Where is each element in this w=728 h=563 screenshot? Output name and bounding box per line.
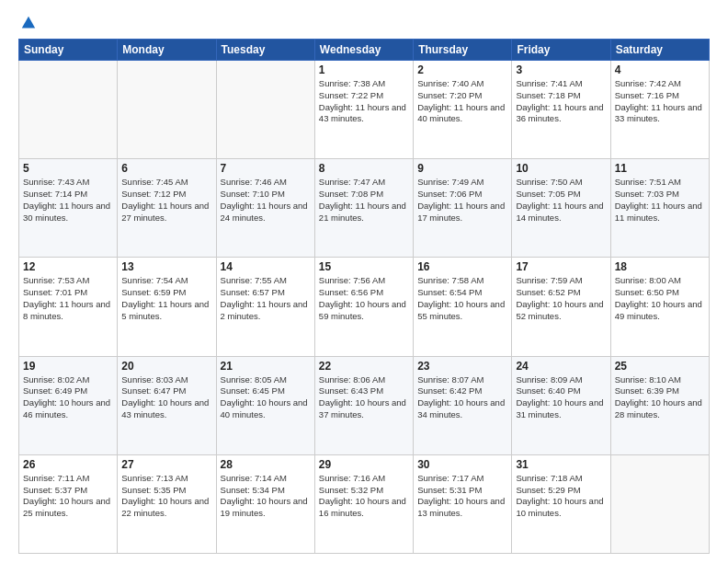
day-info: Sunrise: 7:42 AM Sunset: 7:16 PM Dayligh… — [615, 78, 705, 125]
day-number: 30 — [417, 458, 507, 471]
calendar-cell: 24Sunrise: 8:09 AM Sunset: 6:40 PM Dayli… — [512, 356, 610, 454]
calendar-header-friday: Friday — [512, 40, 610, 61]
day-number: 29 — [319, 458, 409, 471]
day-number: 18 — [615, 260, 705, 273]
calendar-cell — [610, 454, 709, 553]
day-info: Sunrise: 7:43 AM Sunset: 7:14 PM Dayligh… — [23, 177, 113, 224]
calendar-cell: 23Sunrise: 8:07 AM Sunset: 6:42 PM Dayli… — [414, 356, 512, 454]
calendar-cell: 7Sunrise: 7:46 AM Sunset: 7:10 PM Daylig… — [216, 159, 314, 258]
calendar-cell: 16Sunrise: 7:58 AM Sunset: 6:54 PM Dayli… — [414, 258, 512, 356]
calendar-cell: 8Sunrise: 7:47 AM Sunset: 7:08 PM Daylig… — [314, 159, 413, 258]
day-number: 10 — [516, 162, 606, 175]
calendar-cell: 12Sunrise: 7:53 AM Sunset: 7:01 PM Dayli… — [19, 258, 118, 356]
calendar-cell: 27Sunrise: 7:13 AM Sunset: 5:35 PM Dayli… — [118, 454, 216, 553]
calendar-header-wednesday: Wednesday — [314, 40, 413, 61]
day-info: Sunrise: 8:03 AM Sunset: 6:47 PM Dayligh… — [121, 374, 211, 421]
calendar-week-5: 26Sunrise: 7:11 AM Sunset: 5:37 PM Dayli… — [19, 454, 710, 553]
calendar-cell: 30Sunrise: 7:17 AM Sunset: 5:31 PM Dayli… — [414, 454, 512, 553]
calendar-header-saturday: Saturday — [610, 40, 709, 61]
day-info: Sunrise: 7:47 AM Sunset: 7:08 PM Dayligh… — [319, 177, 409, 224]
calendar-cell: 26Sunrise: 7:11 AM Sunset: 5:37 PM Dayli… — [19, 454, 118, 553]
calendar-cell: 19Sunrise: 8:02 AM Sunset: 6:49 PM Dayli… — [19, 356, 118, 454]
svg-marker-0 — [22, 17, 35, 29]
day-number: 16 — [417, 260, 507, 273]
day-number: 24 — [516, 360, 606, 373]
day-number: 27 — [121, 458, 211, 471]
day-number: 25 — [615, 360, 705, 373]
calendar-week-2: 5Sunrise: 7:43 AM Sunset: 7:14 PM Daylig… — [19, 159, 710, 258]
day-info: Sunrise: 7:16 AM Sunset: 5:32 PM Dayligh… — [319, 473, 409, 520]
day-number: 6 — [121, 162, 211, 175]
calendar-header-tuesday: Tuesday — [216, 40, 314, 61]
calendar-cell: 13Sunrise: 7:54 AM Sunset: 6:59 PM Dayli… — [118, 258, 216, 356]
day-number: 21 — [221, 360, 311, 373]
day-info: Sunrise: 7:18 AM Sunset: 5:29 PM Dayligh… — [516, 473, 606, 520]
calendar-header-row: SundayMondayTuesdayWednesdayThursdayFrid… — [19, 40, 710, 61]
day-number: 19 — [23, 360, 113, 373]
day-number: 8 — [319, 162, 409, 175]
calendar-header-thursday: Thursday — [414, 40, 512, 61]
day-info: Sunrise: 7:13 AM Sunset: 5:35 PM Dayligh… — [121, 473, 211, 520]
day-info: Sunrise: 8:10 AM Sunset: 6:39 PM Dayligh… — [615, 374, 705, 421]
day-number: 28 — [221, 458, 311, 471]
header — [18, 15, 710, 31]
calendar-cell: 17Sunrise: 7:59 AM Sunset: 6:52 PM Dayli… — [512, 258, 610, 356]
day-number: 2 — [417, 63, 507, 76]
day-info: Sunrise: 8:09 AM Sunset: 6:40 PM Dayligh… — [516, 374, 606, 421]
calendar-cell: 14Sunrise: 7:55 AM Sunset: 6:57 PM Dayli… — [216, 258, 314, 356]
calendar-cell: 18Sunrise: 8:00 AM Sunset: 6:50 PM Dayli… — [610, 258, 709, 356]
day-number: 20 — [121, 360, 211, 373]
day-info: Sunrise: 7:38 AM Sunset: 7:22 PM Dayligh… — [319, 78, 409, 125]
calendar-week-1: 1Sunrise: 7:38 AM Sunset: 7:22 PM Daylig… — [19, 61, 710, 159]
calendar-cell: 28Sunrise: 7:14 AM Sunset: 5:34 PM Dayli… — [216, 454, 314, 553]
calendar-cell — [19, 61, 118, 159]
calendar-week-3: 12Sunrise: 7:53 AM Sunset: 7:01 PM Dayli… — [19, 258, 710, 356]
calendar-cell: 5Sunrise: 7:43 AM Sunset: 7:14 PM Daylig… — [19, 159, 118, 258]
calendar-header-sunday: Sunday — [19, 40, 118, 61]
day-info: Sunrise: 7:11 AM Sunset: 5:37 PM Dayligh… — [23, 473, 113, 520]
day-info: Sunrise: 7:55 AM Sunset: 6:57 PM Dayligh… — [221, 275, 311, 322]
day-number: 1 — [319, 63, 409, 76]
calendar-cell: 3Sunrise: 7:41 AM Sunset: 7:18 PM Daylig… — [512, 61, 610, 159]
calendar: SundayMondayTuesdayWednesdayThursdayFrid… — [18, 39, 710, 554]
page: SundayMondayTuesdayWednesdayThursdayFrid… — [0, 0, 728, 563]
day-info: Sunrise: 7:56 AM Sunset: 6:56 PM Dayligh… — [319, 275, 409, 322]
day-number: 4 — [615, 63, 705, 76]
calendar-cell: 29Sunrise: 7:16 AM Sunset: 5:32 PM Dayli… — [314, 454, 413, 553]
calendar-cell — [118, 61, 216, 159]
calendar-cell: 10Sunrise: 7:50 AM Sunset: 7:05 PM Dayli… — [512, 159, 610, 258]
day-number: 15 — [319, 260, 409, 273]
day-info: Sunrise: 7:51 AM Sunset: 7:03 PM Dayligh… — [615, 177, 705, 224]
day-number: 22 — [319, 360, 409, 373]
calendar-cell: 2Sunrise: 7:40 AM Sunset: 7:20 PM Daylig… — [414, 61, 512, 159]
day-number: 13 — [121, 260, 211, 273]
calendar-cell: 20Sunrise: 8:03 AM Sunset: 6:47 PM Dayli… — [118, 356, 216, 454]
day-info: Sunrise: 8:02 AM Sunset: 6:49 PM Dayligh… — [23, 374, 113, 421]
day-number: 5 — [23, 162, 113, 175]
calendar-header-monday: Monday — [118, 40, 216, 61]
calendar-cell: 9Sunrise: 7:49 AM Sunset: 7:06 PM Daylig… — [414, 159, 512, 258]
day-info: Sunrise: 8:00 AM Sunset: 6:50 PM Dayligh… — [615, 275, 705, 322]
day-number: 14 — [221, 260, 311, 273]
day-info: Sunrise: 7:58 AM Sunset: 6:54 PM Dayligh… — [417, 275, 507, 322]
calendar-week-4: 19Sunrise: 8:02 AM Sunset: 6:49 PM Dayli… — [19, 356, 710, 454]
day-info: Sunrise: 7:53 AM Sunset: 7:01 PM Dayligh… — [23, 275, 113, 322]
day-info: Sunrise: 8:06 AM Sunset: 6:43 PM Dayligh… — [319, 374, 409, 421]
day-info: Sunrise: 7:49 AM Sunset: 7:06 PM Dayligh… — [417, 177, 507, 224]
day-info: Sunrise: 7:40 AM Sunset: 7:20 PM Dayligh… — [417, 78, 507, 125]
calendar-cell: 15Sunrise: 7:56 AM Sunset: 6:56 PM Dayli… — [314, 258, 413, 356]
logo — [18, 15, 37, 31]
day-info: Sunrise: 7:41 AM Sunset: 7:18 PM Dayligh… — [516, 78, 606, 125]
day-info: Sunrise: 7:17 AM Sunset: 5:31 PM Dayligh… — [417, 473, 507, 520]
calendar-cell: 31Sunrise: 7:18 AM Sunset: 5:29 PM Dayli… — [512, 454, 610, 553]
day-info: Sunrise: 7:59 AM Sunset: 6:52 PM Dayligh… — [516, 275, 606, 322]
day-info: Sunrise: 7:46 AM Sunset: 7:10 PM Dayligh… — [221, 177, 311, 224]
day-number: 11 — [615, 162, 705, 175]
day-info: Sunrise: 7:14 AM Sunset: 5:34 PM Dayligh… — [221, 473, 311, 520]
calendar-cell: 22Sunrise: 8:06 AM Sunset: 6:43 PM Dayli… — [314, 356, 413, 454]
calendar-cell: 6Sunrise: 7:45 AM Sunset: 7:12 PM Daylig… — [118, 159, 216, 258]
day-number: 23 — [417, 360, 507, 373]
calendar-cell: 11Sunrise: 7:51 AM Sunset: 7:03 PM Dayli… — [610, 159, 709, 258]
day-number: 31 — [516, 458, 606, 471]
calendar-cell: 1Sunrise: 7:38 AM Sunset: 7:22 PM Daylig… — [314, 61, 413, 159]
